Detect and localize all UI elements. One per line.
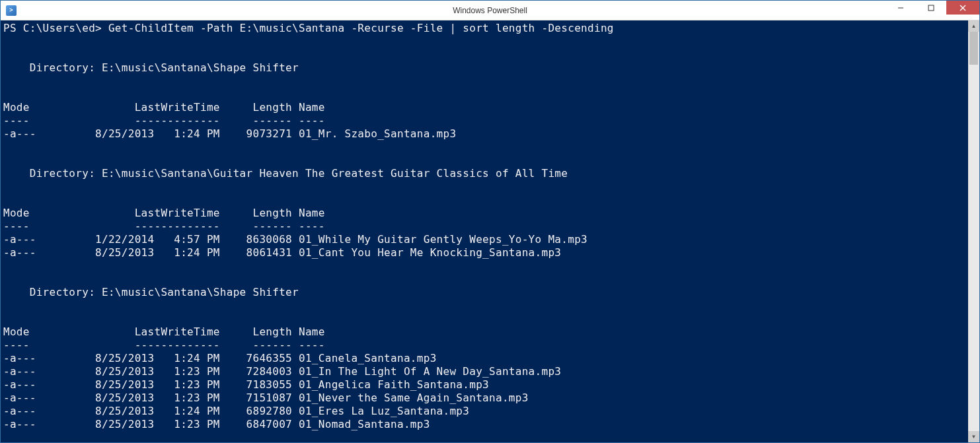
minimize-icon: [897, 5, 904, 11]
scrollbar[interactable]: ▲ ▼: [968, 20, 979, 442]
window-title: Windows PowerShell: [453, 6, 527, 15]
terminal-area: PS C:\Users\ed> Get-ChildItem -Path E:\m…: [1, 20, 979, 442]
scroll-down-button[interactable]: ▼: [968, 431, 979, 442]
powershell-icon: [6, 5, 17, 16]
scroll-up-button[interactable]: ▲: [968, 20, 979, 32]
window-controls: [886, 1, 979, 20]
terminal[interactable]: PS C:\Users\ed> Get-ChildItem -Path E:\m…: [1, 20, 968, 442]
minimize-button[interactable]: [886, 1, 916, 15]
maximize-button[interactable]: [916, 1, 946, 15]
scrollbar-track[interactable]: [968, 32, 979, 431]
titlebar[interactable]: Windows PowerShell: [1, 1, 979, 20]
maximize-icon: [928, 5, 934, 11]
scrollbar-thumb[interactable]: [969, 32, 978, 65]
svg-rect-1: [928, 5, 934, 11]
close-icon: [960, 5, 966, 11]
close-button[interactable]: [946, 1, 979, 15]
